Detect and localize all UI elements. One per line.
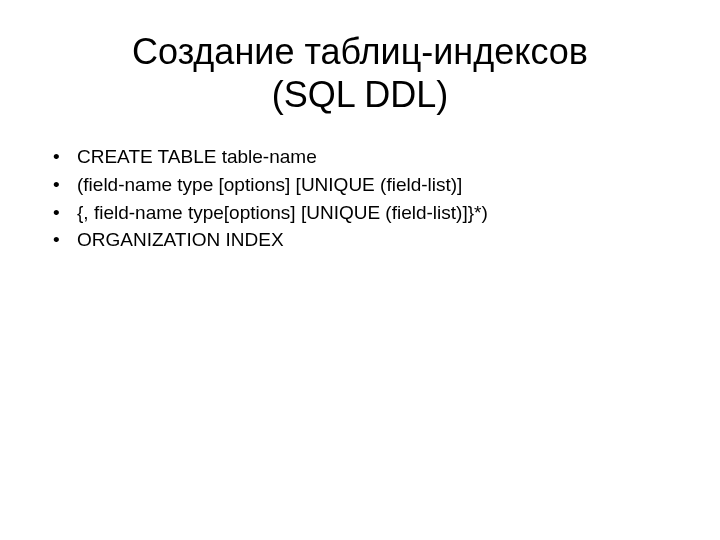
bullet-text: (field-name type [options] [UNIQUE (fiel…: [77, 172, 675, 198]
bullet-icon: •: [53, 172, 77, 198]
list-item: • ORGANIZATION INDEX: [53, 227, 675, 253]
bullet-list: • CREATE TABLE table-name • (field-name …: [45, 144, 675, 253]
bullet-text: ORGANIZATION INDEX: [77, 227, 675, 253]
title-line-2: (SQL DDL): [272, 74, 449, 115]
bullet-icon: •: [53, 200, 77, 226]
bullet-icon: •: [53, 227, 77, 253]
list-item: • CREATE TABLE table-name: [53, 144, 675, 170]
bullet-text: {, field-name type[options] [UNIQUE (fie…: [77, 200, 675, 226]
bullet-text: CREATE TABLE table-name: [77, 144, 675, 170]
title-line-1: Создание таблиц-индексов: [132, 31, 588, 72]
bullet-icon: •: [53, 144, 77, 170]
list-item: • (field-name type [options] [UNIQUE (fi…: [53, 172, 675, 198]
slide-title: Создание таблиц-индексов (SQL DDL): [45, 30, 675, 116]
list-item: • {, field-name type[options] [UNIQUE (f…: [53, 200, 675, 226]
